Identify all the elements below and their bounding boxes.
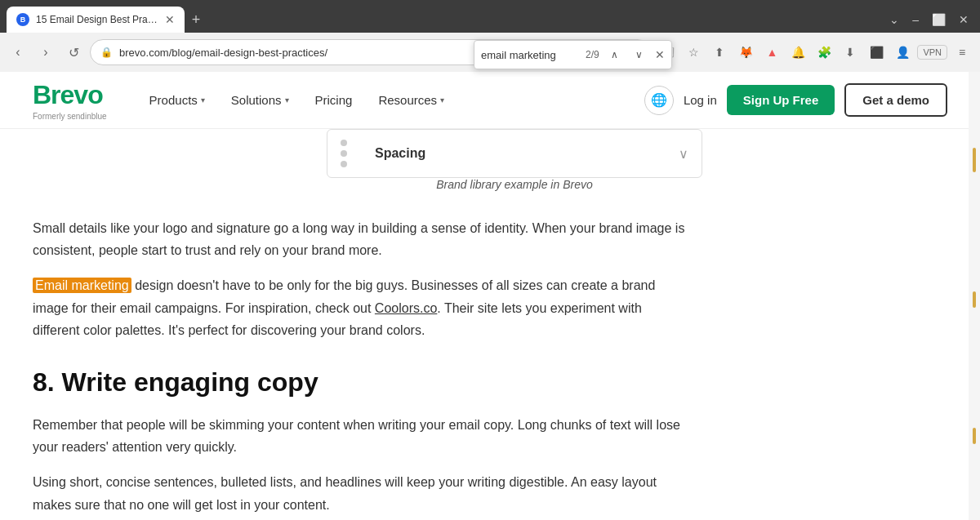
resources-chevron-icon: ▾ xyxy=(440,96,444,104)
nav-items: Products ▾ Solutions ▾ Pricing Resources… xyxy=(140,83,947,117)
spacing-section-title: Spacing xyxy=(375,146,425,161)
profile-icon[interactable]: 👤 xyxy=(891,41,914,64)
find-close-button[interactable]: ✕ xyxy=(655,48,665,61)
menu-icon[interactable]: ≡ xyxy=(951,41,973,64)
lock-icon: 🔒 xyxy=(100,47,113,58)
share-icon[interactable]: ⬆ xyxy=(708,41,731,64)
page-content: Brevo Formerly sendinblue Products ▾ Sol… xyxy=(0,72,980,520)
find-bar: 2/9 ∧ ∨ ✕ xyxy=(474,40,672,69)
site-nav: Brevo Formerly sendinblue Products ▾ Sol… xyxy=(0,72,980,129)
tab-title: 15 Email Design Best Practices | xyxy=(36,14,158,25)
coolors-link[interactable]: Coolors.co xyxy=(375,301,437,315)
nav-resources[interactable]: Resources ▾ xyxy=(368,87,454,113)
new-tab-button[interactable]: + xyxy=(185,8,207,31)
download-icon[interactable]: ⬇ xyxy=(839,41,862,64)
tab-dropdown-button[interactable]: ⌄ xyxy=(884,11,904,28)
nav-products[interactable]: Products ▾ xyxy=(140,87,215,113)
forward-button[interactable]: › xyxy=(34,41,57,64)
solutions-chevron-icon: ▾ xyxy=(285,96,289,104)
main-content: Spacing ∨ Brand library example in Brevo… xyxy=(0,129,980,520)
nav-solutions[interactable]: Solutions ▾ xyxy=(221,87,299,113)
bookmark-icon[interactable]: ☆ xyxy=(682,41,705,64)
article-paragraph-1: Small details like your logo and signatu… xyxy=(33,217,686,261)
back-button[interactable]: ‹ xyxy=(7,41,29,64)
scroll-indicator-3 xyxy=(973,428,976,444)
sidebar-icon[interactable]: ⬛ xyxy=(865,41,888,64)
tab-close-button[interactable]: ✕ xyxy=(165,13,175,26)
products-chevron-icon: ▾ xyxy=(201,96,205,104)
extensions-icon[interactable]: 🧩 xyxy=(813,41,835,64)
login-button[interactable]: Log in xyxy=(684,93,717,107)
tab-bar: B 15 Email Design Best Practices | ✕ + ⌄… xyxy=(0,0,980,33)
article-paragraph-4: Using short, concise sentences, bulleted… xyxy=(33,471,686,515)
scrollbar[interactable] xyxy=(969,72,980,520)
maximize-button[interactable]: ⬜ xyxy=(927,11,951,28)
section-heading-8: 8. Write engaging copy xyxy=(33,367,947,398)
vpn-button[interactable]: VPN xyxy=(917,45,947,60)
image-caption: Brand library example in Brevo xyxy=(436,178,592,191)
article-paragraph-3: Remember that people will be skimming yo… xyxy=(33,414,686,458)
tab-favicon: B xyxy=(16,13,29,26)
close-button[interactable]: ✕ xyxy=(954,11,973,28)
site-logo[interactable]: Brevo Formerly sendinblue xyxy=(33,80,107,121)
tab-controls: ⌄ – ⬜ ✕ xyxy=(884,11,973,28)
logo-sub: Formerly sendinblue xyxy=(33,112,107,121)
nav-pricing[interactable]: Pricing xyxy=(305,87,363,113)
scroll-indicator-1 xyxy=(973,148,976,172)
signup-button[interactable]: Sign Up Free xyxy=(727,85,835,115)
nav-right: 🌐 Log in Sign Up Free Get a demo xyxy=(644,83,947,117)
demo-button[interactable]: Get a demo xyxy=(844,83,947,117)
find-next-button[interactable]: ∨ xyxy=(630,46,648,64)
find-count: 2/9 xyxy=(586,49,599,60)
toolbar-actions: 📰 ☆ ⬆ 🦊 ▲ 🔔 🧩 ⬇ ⬛ 👤 VPN ≡ xyxy=(656,41,973,64)
reload-button[interactable]: ↺ xyxy=(62,41,85,64)
find-input[interactable] xyxy=(481,49,579,61)
email-marketing-highlight: Email marketing xyxy=(33,278,131,293)
language-selector[interactable]: 🌐 xyxy=(644,86,674,115)
notifications-icon[interactable]: 🔔 xyxy=(786,41,809,64)
scroll-indicator-2 xyxy=(973,291,976,308)
find-prev-button[interactable]: ∧ xyxy=(606,46,624,64)
extension-triangle-icon[interactable]: ▲ xyxy=(760,41,783,64)
spacing-chevron-icon: ∨ xyxy=(679,146,688,162)
active-tab[interactable]: B 15 Email Design Best Practices | ✕ xyxy=(7,7,185,33)
extension-fox-icon[interactable]: 🦊 xyxy=(734,41,757,64)
logo-text: Brevo xyxy=(33,80,107,110)
article-paragraph-2: Email marketing design doesn't have to b… xyxy=(33,274,686,341)
minimize-button[interactable]: – xyxy=(907,11,924,28)
